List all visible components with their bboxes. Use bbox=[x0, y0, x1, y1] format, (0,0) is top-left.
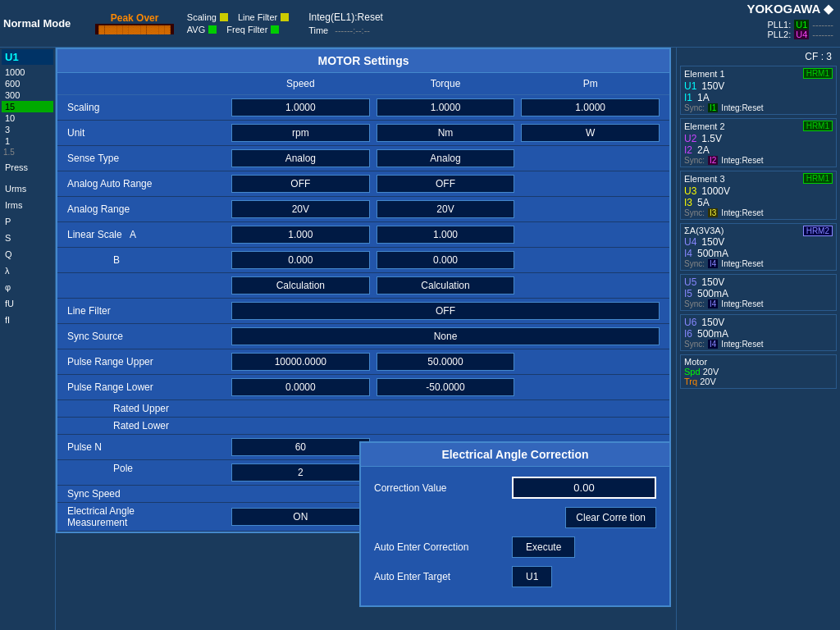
element3-u-row: U3 1000V bbox=[684, 185, 833, 197]
el1-integ: Integ:Reset bbox=[721, 103, 763, 112]
left-num-1000: 1000 bbox=[2, 66, 53, 78]
pulse-lower-torque[interactable]: -50.0000 bbox=[377, 378, 515, 396]
element5-u-row: U5 150V bbox=[684, 276, 833, 288]
element1-card: Element 1 HRM1 U1 150V I1 1A Sync: I1 In… bbox=[680, 66, 837, 115]
pulse-lower-speed[interactable]: 0.0000 bbox=[231, 378, 370, 396]
target-button[interactable]: U1 bbox=[512, 566, 552, 587]
correction-value-label: Correction Value bbox=[374, 482, 505, 494]
line-filter-indicator bbox=[281, 13, 289, 21]
unit-pm-input[interactable]: W bbox=[521, 124, 660, 142]
peak-over-label: Peak Over bbox=[111, 12, 159, 24]
clear-correction-button[interactable]: Clear Corre tion bbox=[565, 507, 656, 528]
left-15-small: 1.5 bbox=[2, 147, 53, 158]
el2-u-label: U2 bbox=[684, 133, 696, 144]
scaling-row: Scaling 1.0000 1.0000 1.0000 bbox=[57, 95, 669, 121]
el3-sync-label: Sync: bbox=[684, 208, 705, 217]
el6-sync-badge: I4 bbox=[708, 340, 718, 349]
pole-val[interactable]: 2 bbox=[231, 463, 370, 482]
p-label: P bbox=[2, 215, 53, 228]
rated-lower-row: Rated Lower bbox=[57, 418, 669, 435]
el6-u-val: 150V bbox=[701, 317, 724, 328]
motor-spd-val: 20V bbox=[703, 367, 719, 377]
sigma-u4-label: U4 bbox=[684, 236, 696, 248]
left-num-300: 300 bbox=[2, 89, 53, 101]
calc-torque[interactable]: Calculation bbox=[377, 276, 515, 294]
elec-angle-val[interactable]: ON bbox=[231, 508, 370, 526]
analog-range-speed[interactable]: 20V bbox=[231, 200, 370, 218]
scaling-torque-input[interactable]: 1.0000 bbox=[377, 98, 515, 116]
analog-auto-torque[interactable]: OFF bbox=[377, 175, 515, 193]
element1-name: Element 1 bbox=[684, 69, 725, 79]
center-panel: MOTOR Settings Speed Torque Pm Scaling 1… bbox=[56, 48, 676, 630]
element2-card: Element 2 HRM1 U2 1.5V I2 2A Sync: I2 In… bbox=[680, 118, 837, 167]
element5-sync: Sync: I4 Integ:Reset bbox=[684, 299, 833, 308]
left-panel: U1 1000 600 300 15 10 3 1 1.5 Press Urms… bbox=[0, 48, 56, 630]
el1-i-val: 1A bbox=[697, 92, 710, 103]
sigma-card: ΣA(3V3A) HRM2 U4 150V I4 500mA Sync: I4 … bbox=[680, 223, 837, 271]
press-label: Press bbox=[2, 161, 53, 174]
sense-torque-input[interactable]: Analog bbox=[377, 149, 515, 167]
scaling-pm-input[interactable]: 1.0000 bbox=[521, 98, 660, 116]
line-filter-val[interactable]: OFF bbox=[231, 302, 660, 320]
motor-spd-row: Spd 20V bbox=[684, 367, 833, 377]
correction-value-display[interactable]: 0.00 bbox=[512, 477, 656, 499]
col-torque: Torque bbox=[373, 76, 518, 91]
line-filter-label: Line Filter bbox=[238, 12, 277, 22]
calc-speed[interactable]: Calculation bbox=[231, 276, 370, 294]
scaling-speed-input[interactable]: 1.0000 bbox=[231, 98, 370, 116]
calculation-row: Calculation Calculation bbox=[57, 273, 669, 299]
motor-dialog-title: MOTOR Settings bbox=[57, 49, 669, 73]
irms-label: Irms bbox=[2, 199, 53, 212]
analog-range-label: Analog Range bbox=[64, 203, 228, 215]
mode-section: Normal Mode bbox=[3, 17, 71, 30]
sigma-i4-row: I4 500mA bbox=[684, 248, 833, 259]
sync-source-row: Sync Source None bbox=[57, 324, 669, 349]
el5-u-label: U5 bbox=[684, 276, 696, 288]
el6-integ: Integ:Reset bbox=[721, 340, 763, 349]
auto-enter-row: Auto Enter Correction Execute bbox=[374, 536, 656, 558]
execute-button[interactable]: Execute bbox=[512, 536, 575, 558]
sigma-i4-val: 500mA bbox=[697, 248, 728, 259]
pulse-n-val[interactable]: 60 bbox=[231, 438, 370, 456]
mode-label: Normal Mode bbox=[3, 17, 71, 30]
col-speed: Speed bbox=[228, 76, 373, 91]
linear-a-speed[interactable]: 1.000 bbox=[231, 226, 370, 244]
el3-u-label: U3 bbox=[684, 185, 696, 197]
el5-i-val: 500mA bbox=[697, 288, 728, 299]
pulse-upper-speed[interactable]: 10000.0000 bbox=[231, 353, 370, 371]
sigma-badge: HRM2 bbox=[803, 226, 833, 236]
linear-b-speed[interactable]: 0.000 bbox=[231, 251, 370, 269]
scaling-label: Scaling bbox=[187, 12, 217, 22]
analog-range-row: Analog Range 20V 20V bbox=[57, 197, 669, 222]
el1-sync-badge: I1 bbox=[708, 103, 718, 112]
linear-b-torque[interactable]: 0.000 bbox=[377, 251, 515, 269]
linear-scale-a-label: Linear Scale A bbox=[64, 229, 228, 240]
element1-badge: HRM1 bbox=[803, 68, 833, 79]
pulse-upper-label: Pulse Range Upper bbox=[64, 356, 228, 368]
sense-type-label: Sense Type bbox=[64, 153, 228, 164]
sigma-u4-row: U4 150V bbox=[684, 236, 833, 248]
unit-row: Unit rpm Nm W bbox=[57, 121, 669, 146]
main-layout: U1 1000 600 300 15 10 3 1 1.5 Press Urms… bbox=[0, 48, 840, 630]
unit-torque-input[interactable]: Nm bbox=[377, 124, 515, 142]
motor-right-title: Motor bbox=[684, 357, 833, 367]
linear-a-torque[interactable]: 1.000 bbox=[377, 226, 515, 244]
element3-name: Element 3 bbox=[684, 174, 725, 184]
pulse-upper-torque[interactable]: 50.0000 bbox=[377, 353, 515, 371]
left-num-600: 600 bbox=[2, 78, 53, 89]
pll2-row: PLL2: U4 ------- bbox=[768, 30, 833, 39]
analog-auto-speed[interactable]: OFF bbox=[231, 175, 370, 193]
freq-filter-label: Freq Filter bbox=[226, 25, 267, 34]
sync-source-val[interactable]: None bbox=[231, 327, 660, 345]
rated-lower-label: Rated Lower bbox=[64, 420, 228, 431]
elec-popup-title: Electrical Angle Correction bbox=[361, 443, 669, 467]
analog-range-torque[interactable]: 20V bbox=[377, 200, 515, 218]
auto-enter-label: Auto Enter Correction bbox=[374, 541, 505, 553]
element3-badge: HRM1 bbox=[803, 173, 833, 184]
sense-speed-input[interactable]: Analog bbox=[231, 149, 370, 167]
unit-row-label: Unit bbox=[64, 127, 228, 139]
element2-sync: Sync: I2 Integ:Reset bbox=[684, 156, 833, 165]
scaling-row-label: Scaling bbox=[64, 102, 228, 113]
unit-speed-input[interactable]: rpm bbox=[231, 124, 370, 142]
element6-sync: Sync: I4 Integ:Reset bbox=[684, 340, 833, 349]
